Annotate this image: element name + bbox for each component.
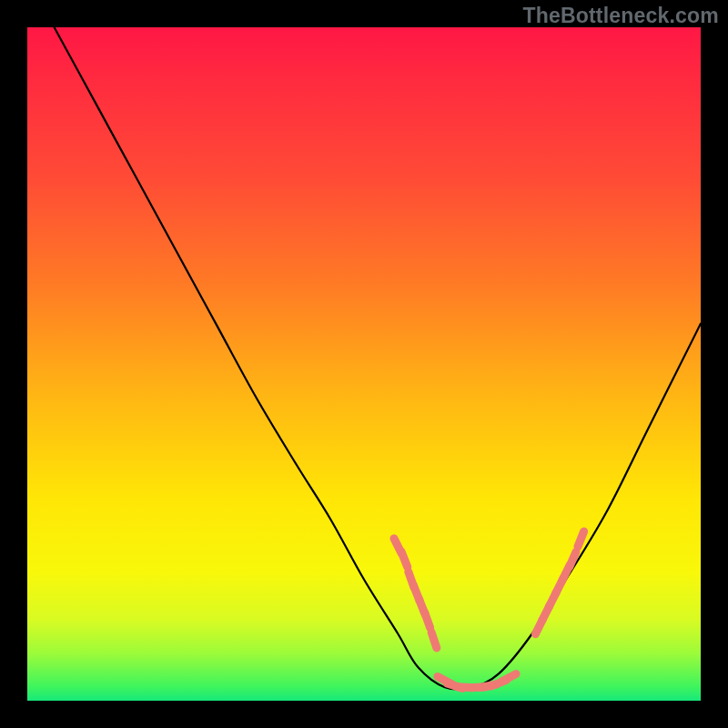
watermark-label: TheBottleneck.com (522, 4, 719, 28)
chart-frame: TheBottleneck.com (0, 0, 728, 728)
highlight-dashes-bottom-dash (501, 674, 516, 682)
highlight-markers (394, 531, 584, 689)
bottleneck-curve (55, 27, 701, 690)
highlight-dashes-right-dash (578, 531, 584, 547)
plot-area (27, 27, 701, 701)
highlight-dashes-left-dash (431, 632, 437, 648)
highlight-dashes-left-dash (425, 612, 430, 628)
highlight-dashes-left-dash (401, 551, 408, 567)
curve-layer (27, 27, 701, 701)
